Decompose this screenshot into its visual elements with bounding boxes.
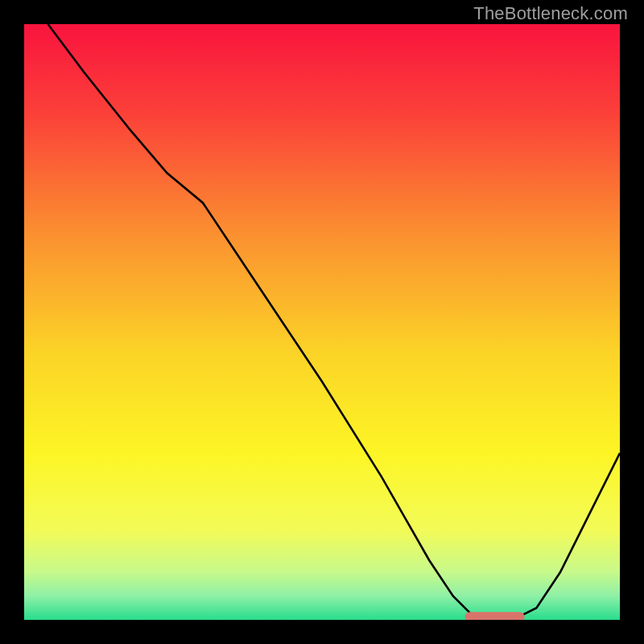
gradient-background — [24, 24, 620, 620]
chart-plot-area — [24, 24, 620, 620]
highlight-segment — [465, 612, 525, 620]
watermark-text: TheBottleneck.com — [473, 3, 628, 24]
chart-svg — [24, 24, 620, 620]
